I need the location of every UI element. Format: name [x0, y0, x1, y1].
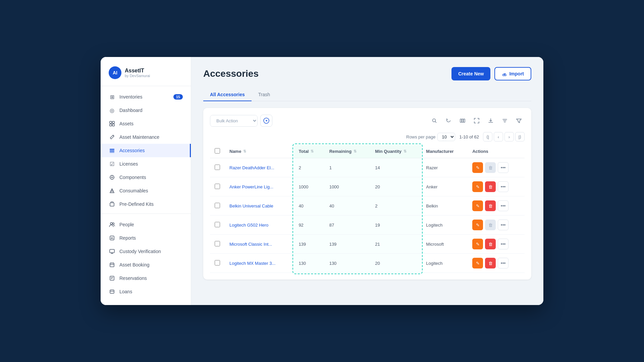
row-name-link-0[interactable]: Razer DeathAdder El...	[229, 165, 274, 170]
sidebar-item-accessories[interactable]: Accessories	[101, 144, 191, 157]
sidebar-item-predefined-kits[interactable]: Pre-Defined Kits	[101, 197, 191, 211]
filter-button[interactable]	[513, 115, 525, 126]
svg-rect-21	[460, 119, 462, 122]
delete-btn-0[interactable]: 🗑	[485, 162, 496, 173]
edit-btn-4[interactable]: ✎	[472, 239, 483, 249]
row-checkbox-1[interactable]	[215, 184, 220, 189]
tab-all-accessories[interactable]: All Accessories	[203, 88, 252, 101]
delete-btn-1[interactable]: 🗑	[485, 181, 496, 192]
th-actions: Actions	[468, 145, 525, 158]
rows-per-page-select[interactable]: 10 25 50	[437, 133, 455, 141]
brand: AI AssetIT by DevSamurai	[101, 64, 191, 86]
delete-btn-5[interactable]: 🗑	[485, 258, 496, 268]
sort-total-icon[interactable]: ⇅	[311, 149, 314, 154]
pagination-info: Rows per page 10 25 50 1-10 of 62 ⟨| ‹ ›…	[210, 132, 525, 141]
svg-rect-23	[464, 119, 465, 122]
first-page-button[interactable]: ⟨|	[483, 132, 492, 141]
sidebar-item-custody-verification[interactable]: Custody Verification	[101, 245, 191, 258]
sidebar-label-loans: Loans	[119, 289, 132, 294]
select-all-checkbox[interactable]	[215, 148, 220, 154]
sidebar-item-people[interactable]: People	[101, 218, 191, 231]
svg-point-8	[111, 177, 113, 178]
create-new-button[interactable]: Create New	[451, 67, 490, 80]
people-icon	[109, 221, 115, 228]
table-row: Belkin Universal Cable 40 40 2 Belkin ✎ …	[210, 196, 525, 216]
svg-point-13	[113, 223, 114, 225]
fullscreen-button[interactable]	[471, 115, 482, 126]
delete-btn-3[interactable]: 🗑	[485, 220, 496, 230]
reservations-icon	[109, 275, 115, 282]
sidebar-label-kits: Pre-Defined Kits	[119, 201, 154, 207]
fullscreen-icon	[474, 118, 479, 123]
sidebar-label-licenses: Licenses	[119, 161, 138, 167]
edit-btn-5[interactable]: ✎	[472, 258, 483, 268]
row-name-link-5[interactable]: Logitech MX Master 3...	[229, 261, 275, 266]
sidebar-item-dashboard[interactable]: ◎ Dashboard	[101, 104, 191, 117]
download-button[interactable]	[485, 115, 496, 126]
edit-btn-3[interactable]: ✎	[472, 220, 483, 230]
prev-page-button[interactable]: ‹	[494, 132, 503, 141]
table-body: Razer DeathAdder El... 2 1 14 Razer ✎ 🗑 …	[210, 158, 525, 273]
sidebar-item-consumables[interactable]: Consumables	[101, 184, 191, 197]
sidebar-item-inventories[interactable]: ⊞ Inventories 15	[101, 90, 191, 104]
sidebar-item-loans[interactable]: Loans	[101, 285, 191, 298]
row-checkbox-2[interactable]	[215, 203, 220, 208]
more-btn-2[interactable]: •••	[498, 200, 508, 211]
table-row: Logitech G502 Hero 92 87 19 Logitech ✎ 🗑…	[210, 216, 525, 235]
row-name-link-3[interactable]: Logitech G502 Hero	[229, 223, 268, 228]
sidebar-item-assets[interactable]: Assets	[101, 117, 191, 130]
more-btn-3[interactable]: •••	[498, 220, 508, 230]
delete-btn-2[interactable]: 🗑	[485, 200, 496, 211]
bulk-action-submit[interactable]	[260, 115, 272, 127]
more-btn-0[interactable]: •••	[498, 162, 508, 173]
sidebar-item-asset-maintenance[interactable]: Asset Maintenance	[101, 130, 191, 144]
edit-btn-2[interactable]: ✎	[472, 200, 483, 211]
tab-trash[interactable]: Trash	[252, 88, 277, 101]
edit-btn-0[interactable]: ✎	[472, 162, 483, 173]
th-remaining: Remaining ⇅	[325, 145, 371, 158]
brand-logo: AI	[109, 66, 121, 79]
maintenance-icon	[109, 134, 115, 140]
sort-name-icon[interactable]: ⇅	[243, 149, 246, 154]
sidebar-item-licenses[interactable]: ☑ Licenses	[101, 157, 191, 171]
sort-min-qty-icon[interactable]: ⇅	[404, 149, 407, 154]
sort-remaining-icon[interactable]: ⇅	[354, 149, 357, 154]
more-btn-4[interactable]: •••	[498, 239, 508, 249]
sidebar-item-asset-booking[interactable]: Asset Booking	[101, 258, 191, 272]
bulk-action-select-wrapper[interactable]: Bulk Action	[210, 115, 258, 127]
sidebar-item-reports[interactable]: Reports	[101, 231, 191, 245]
more-btn-1[interactable]: •••	[498, 181, 508, 192]
last-page-button[interactable]: |⟩	[515, 132, 525, 141]
edit-btn-1[interactable]: ✎	[472, 181, 483, 192]
columns-icon	[460, 118, 465, 123]
columns-button[interactable]	[457, 115, 468, 126]
bulk-action-select[interactable]: Bulk Action	[210, 115, 257, 126]
svg-rect-16	[110, 263, 114, 267]
search-button[interactable]	[429, 115, 440, 126]
svg-point-12	[110, 223, 112, 225]
filter-list-button[interactable]	[499, 115, 511, 126]
row-checkbox-4[interactable]	[215, 241, 220, 246]
sidebar-item-components[interactable]: Components	[101, 171, 191, 184]
svg-rect-6	[110, 152, 114, 153]
row-checkbox-3[interactable]	[215, 222, 220, 227]
svg-rect-3	[112, 124, 114, 126]
custody-icon	[109, 248, 115, 255]
table-row: Anker PowerLine Lig... 1000 1000 20 Anke…	[210, 177, 525, 196]
delete-btn-4[interactable]: 🗑	[485, 239, 496, 249]
svg-marker-9	[110, 189, 114, 193]
refresh-button[interactable]	[443, 115, 454, 126]
sidebar-label-assets: Assets	[119, 121, 133, 126]
more-btn-5[interactable]: •••	[498, 258, 508, 268]
sidebar-item-reservations[interactable]: Reservations	[101, 272, 191, 285]
row-checkbox-0[interactable]	[215, 165, 220, 170]
next-page-button[interactable]: ›	[504, 132, 514, 141]
row-name-link-2[interactable]: Belkin Universal Cable	[229, 203, 273, 208]
row-name-link-4[interactable]: Microsoft Classic Int...	[229, 242, 272, 247]
arrow-right-icon	[263, 118, 269, 124]
svg-rect-15	[110, 249, 114, 253]
components-icon	[109, 174, 115, 181]
import-button[interactable]: Import	[494, 67, 531, 80]
row-checkbox-5[interactable]	[215, 260, 220, 265]
row-name-link-1[interactable]: Anker PowerLine Lig...	[229, 184, 273, 189]
